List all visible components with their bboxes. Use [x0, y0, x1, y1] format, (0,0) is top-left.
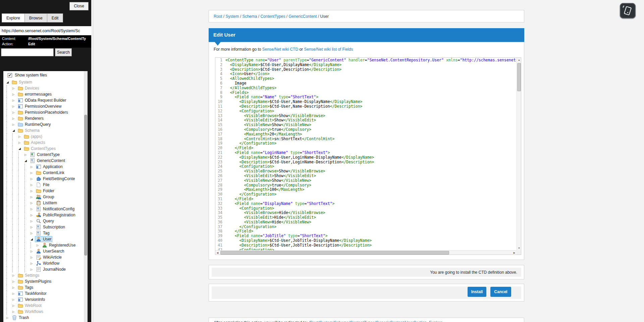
tree-item-application[interactable]: ▷Application	[3, 164, 88, 170]
tree-item-file[interactable]: ▷File	[3, 182, 88, 188]
tree-item-devices[interactable]: ▷Devices	[3, 85, 88, 91]
breadcrumb-link-schema[interactable]: Schema	[242, 14, 257, 19]
tree-item-hit[interactable]: ContentLink	[35, 170, 65, 175]
expand-icon[interactable]: ▷	[31, 171, 35, 174]
expand-icon[interactable]: ▷	[31, 208, 35, 211]
collapse-icon[interactable]: ◢	[6, 80, 11, 84]
collapse-icon[interactable]: ◢	[18, 147, 23, 150]
expand-icon[interactable]: ▷	[31, 262, 35, 265]
breadcrumb-link-contenttypes[interactable]: ContentTypes	[260, 14, 285, 19]
tree-item-hit[interactable]: TaskMonitor	[17, 291, 47, 296]
tree-item-journalnode[interactable]: ▷JournalNode	[3, 266, 88, 272]
breadcrumb-link-root[interactable]: Root	[214, 14, 222, 19]
tree-item-errormessages[interactable]: ▷errormessages	[3, 91, 88, 97]
scroll-right-icon[interactable]: ▶	[512, 251, 517, 255]
tree-item-hit[interactable]: RuntimeQuery	[17, 122, 51, 127]
expand-icon[interactable]: ▷	[12, 87, 17, 90]
tree-item-hit[interactable]: PermissionOverview	[17, 104, 62, 109]
expand-icon[interactable]: ▷	[31, 250, 35, 253]
tree-item-schema[interactable]: ◢Schema	[3, 127, 88, 133]
tree-item-query[interactable]: ▷Query	[3, 218, 88, 224]
expand-icon[interactable]: ▷	[31, 232, 35, 235]
tree-item-folder[interactable]: ▷Folder	[3, 188, 88, 194]
tree-item-systemplugins[interactable]: ▷SystemPlugins	[3, 278, 88, 284]
expand-icon[interactable]: ▷	[37, 244, 41, 247]
breadcrumb-link-system[interactable]: System	[225, 14, 239, 19]
search-input[interactable]	[1, 48, 54, 56]
expand-icon[interactable]: ▷	[12, 117, 17, 120]
tree-item-system[interactable]: ◢System	[3, 79, 88, 85]
expand-icon[interactable]: ▷	[31, 165, 35, 168]
expand-icon[interactable]: ▷	[31, 226, 35, 229]
expand-icon[interactable]: ▷	[12, 93, 17, 96]
tree-item-genericcontent[interactable]: ◢GenericContent	[3, 158, 88, 164]
tree-item-yourcontents[interactable]: ▷YourContents	[3, 321, 88, 322]
tree-item-tag[interactable]: ▷Tag	[3, 230, 88, 236]
tab-edit[interactable]: Edit	[47, 13, 63, 22]
tree-item-hit[interactable]: ContentType	[29, 152, 60, 157]
tree-item-hit[interactable]: Workflows	[17, 309, 44, 314]
tree-item-publicregistration[interactable]: ▷PublicRegistration	[3, 212, 88, 218]
expand-icon[interactable]: ▷	[24, 153, 29, 156]
tree-item-hit[interactable]: Subscription	[35, 224, 66, 230]
search-button[interactable]: Search	[55, 48, 72, 56]
tree-item-odata-request-builder[interactable]: ▷OData Request Builder	[3, 97, 88, 103]
tree-item-notificationconfig[interactable]: ▷NotificationConfig	[3, 206, 88, 212]
tree-item-hit[interactable]: ListItem	[35, 200, 58, 206]
tree-item-hit[interactable]: PublicRegistration	[35, 212, 76, 218]
tree-item-user[interactable]: ◢User	[3, 236, 88, 242]
tree-item-hit[interactable]: Schema	[17, 128, 40, 133]
collapse-icon[interactable]: ◢	[31, 237, 35, 241]
tree-item-hit[interactable]: GenericContent	[29, 158, 66, 163]
tree-scrollbar-thumb[interactable]	[84, 115, 87, 256]
scroll-up-icon[interactable]: ▲	[517, 58, 521, 62]
tree-item-hit[interactable]: Application	[35, 164, 63, 169]
tree-item-hit[interactable]: NotificationConfig	[35, 206, 75, 212]
install-button[interactable]: Install	[468, 287, 486, 297]
tree-item-listitem[interactable]: ▷ListItem	[3, 200, 88, 206]
expand-icon[interactable]: ▷	[31, 220, 35, 223]
tree-item--apps-[interactable]: ▷(apps)	[3, 133, 88, 140]
tree-item-hit[interactable]: Folder	[35, 188, 55, 194]
wiki-fields-link[interactable]: Sense/Net wiki list of Fields	[304, 47, 353, 52]
tree-item-aspects[interactable]: ▷Aspects	[3, 140, 88, 146]
editor-vscroll-thumb[interactable]	[517, 63, 521, 91]
tree-item-hit[interactable]: Devices	[17, 86, 40, 91]
tree-item-group[interactable]: ▷Group	[3, 194, 88, 200]
scroll-left-icon[interactable]: ◀	[215, 251, 220, 255]
expand-icon[interactable]: ▷	[31, 196, 35, 199]
tree-item-registereduse[interactable]: ▷RegisteredUse	[3, 242, 88, 248]
tree-item-hit[interactable]: User	[35, 236, 52, 242]
tree-item-hit[interactable]: Trash	[11, 315, 30, 320]
tree-item-contentlink[interactable]: ▷ContentLink	[3, 170, 88, 176]
tree-item-hit[interactable]: ContentTypes	[23, 146, 56, 151]
tree-item-tags[interactable]: ▷Tags	[3, 284, 88, 290]
tree-item-hit[interactable]: WebRoot	[17, 303, 42, 308]
tree-item-renderers[interactable]: ▷Renderers	[3, 115, 88, 121]
tree-item-hit[interactable]: Aspects	[23, 140, 46, 145]
tree-item-hit[interactable]: Workflow	[35, 261, 60, 266]
tree-item-hit[interactable]: Renderers	[17, 116, 44, 121]
tab-explore[interactable]: Explore	[2, 13, 25, 22]
tree-item-versioninfo[interactable]: ▷VersionInfo	[3, 297, 88, 303]
editor-hscroll-thumb[interactable]	[220, 251, 449, 255]
tree-item-hit[interactable]: File	[35, 182, 50, 187]
expand-icon[interactable]: ▷	[12, 298, 17, 301]
expand-icon[interactable]: ▷	[31, 183, 35, 186]
collapse-icon[interactable]: ◢	[24, 159, 29, 162]
ctd-code-editor[interactable]: 1234567891011121314151617181920212223242…	[215, 57, 521, 255]
tree-item-fieldsettingconte[interactable]: ▷FieldSettingConte	[3, 176, 88, 182]
breadcrumb-link-genericcontent[interactable]: GenericContent	[289, 14, 317, 19]
expand-icon[interactable]: ▷	[18, 135, 23, 138]
tree-item-hit[interactable]: Query	[35, 218, 55, 224]
tree-item-hit[interactable]: errormessages	[17, 92, 52, 97]
expand-icon[interactable]: ▷	[6, 316, 11, 319]
expand-icon[interactable]: ▷	[31, 256, 35, 259]
tree-item-hit[interactable]: System	[11, 79, 33, 85]
expand-icon[interactable]: ▷	[12, 99, 17, 102]
tree-item-hit[interactable]: Settings	[17, 273, 40, 278]
code-lines[interactable]: <ContentType name="User" parentType="Gen…	[224, 58, 517, 250]
redirect-link[interactable]: /Root/System/Schema/ContentTypes/Generic…	[309, 320, 442, 322]
expand-icon[interactable]: ▷	[12, 304, 17, 307]
tree-item-runtimequery[interactable]: ▷RuntimeQuery	[3, 121, 88, 127]
